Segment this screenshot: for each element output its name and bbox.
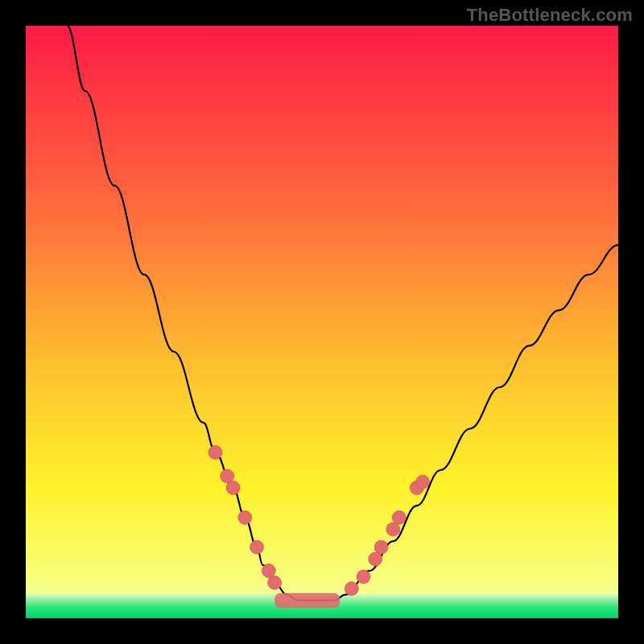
- bottleneck-curve: [68, 26, 619, 601]
- curve-marker: [369, 552, 382, 566]
- curve-marker: [262, 564, 275, 578]
- curve-marker: [374, 540, 388, 554]
- attribution-text: TheBottleneck.com: [467, 5, 633, 26]
- curve-marker: [386, 522, 400, 536]
- curve-marker: [250, 540, 264, 554]
- chart-stage: TheBottleneck.com: [0, 0, 644, 644]
- curve-marker: [221, 469, 234, 483]
- curve-layer: [26, 26, 618, 618]
- curve-marker: [345, 582, 358, 596]
- curve-marker: [238, 510, 252, 524]
- flat-minimum-band: [275, 593, 340, 608]
- curve-marker: [416, 475, 430, 489]
- curve-marker: [392, 510, 406, 524]
- marker-group: [208, 445, 430, 595]
- curve-marker: [268, 576, 282, 589]
- curve-marker: [208, 445, 222, 459]
- curve-marker: [226, 481, 240, 495]
- plot-area: [26, 26, 618, 618]
- curve-marker: [357, 570, 370, 584]
